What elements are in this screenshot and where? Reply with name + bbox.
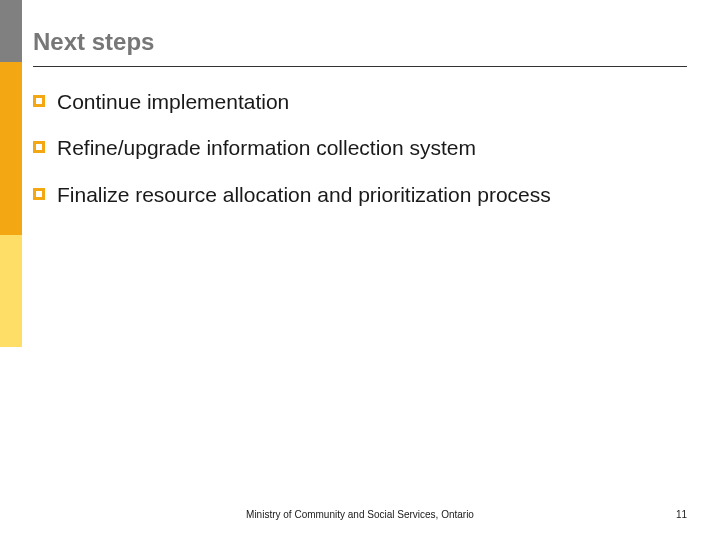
bullet-text: Continue implementation xyxy=(57,89,687,115)
list-item: Finalize resource allocation and priorit… xyxy=(33,182,687,208)
square-bullet-icon xyxy=(33,141,45,153)
bullet-text: Finalize resource allocation and priorit… xyxy=(57,182,687,208)
page-number: 11 xyxy=(676,509,687,520)
slide-title: Next steps xyxy=(33,28,687,67)
list-item: Refine/upgrade information collection sy… xyxy=(33,135,687,161)
square-bullet-icon xyxy=(33,188,45,200)
sidebar-yellow-block xyxy=(0,235,22,347)
list-item: Continue implementation xyxy=(33,89,687,115)
footer-text: Ministry of Community and Social Service… xyxy=(246,509,474,520)
bullet-text: Refine/upgrade information collection sy… xyxy=(57,135,687,161)
decorative-sidebar xyxy=(0,0,22,347)
slide-content: Next steps Continue implementation Refin… xyxy=(33,28,687,228)
sidebar-orange-block xyxy=(0,62,22,235)
square-bullet-icon xyxy=(33,95,45,107)
sidebar-gray-block xyxy=(0,0,22,62)
bullet-list: Continue implementation Refine/upgrade i… xyxy=(33,89,687,208)
